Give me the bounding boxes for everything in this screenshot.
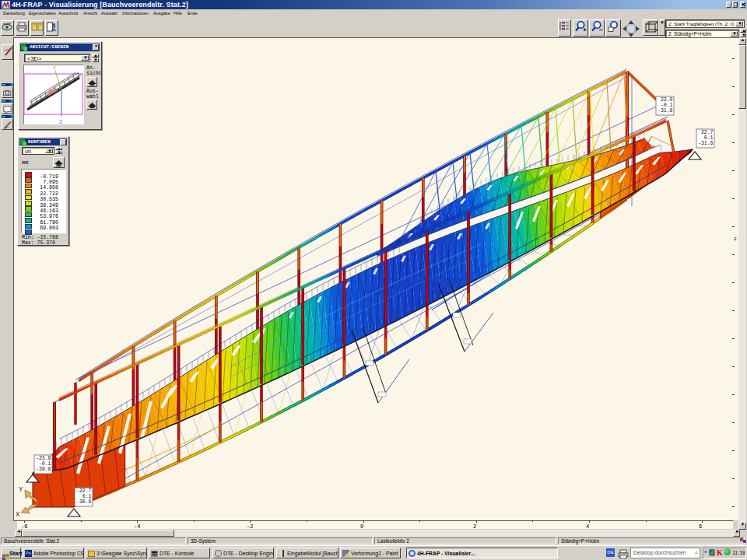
svg-text:Y: Y [53,65,57,72]
svg-text:-39.8: -39.8 [36,467,51,472]
svg-text:X: X [16,511,20,519]
svg-text:-0.1: -0.1 [661,103,673,108]
svg-text:22.7: 22.7 [701,130,714,135]
svg-text:-23.6: -23.6 [36,456,51,461]
svg-text:-31.6: -31.6 [698,141,714,146]
svg-text:-0.1: -0.1 [39,461,51,467]
svg-text:-30.8: -30.8 [76,499,92,505]
svg-text:23.0: 23.0 [661,97,673,103]
svg-text:-31.8: -31.8 [658,108,673,114]
svg-text:0.1: 0.1 [82,494,92,499]
svg-text:-22.7: -22.7 [76,488,92,494]
svg-text:Y: Y [19,486,23,494]
svg-text:0.1: 0.1 [704,135,714,141]
svg-text:Z: Z [59,119,62,125]
